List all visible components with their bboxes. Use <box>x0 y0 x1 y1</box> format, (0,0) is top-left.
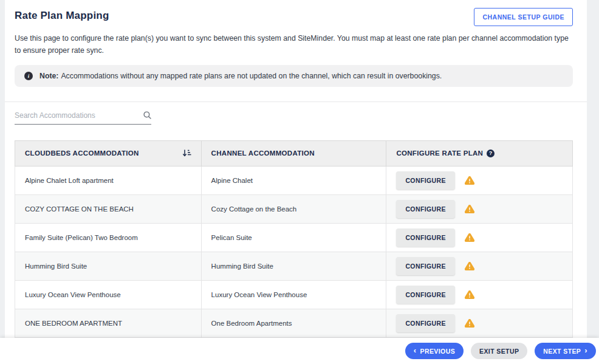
warning-icon <box>465 176 474 185</box>
note-text: Note:Accommodations without any mapped r… <box>39 72 442 80</box>
cloudbeds-accommodation-cell: Family Suite (Pelican) Two Bedroom <box>15 223 202 252</box>
configure-cell: CONFIGURE <box>386 280 573 309</box>
channel-setup-guide-button[interactable]: CHANNEL SETUP GUIDE <box>474 8 573 26</box>
search-field[interactable] <box>15 111 151 125</box>
section-divider <box>5 101 587 102</box>
note-body: Accommodations without any mapped rate p… <box>61 72 442 80</box>
warning-icon <box>465 262 474 270</box>
configure-button[interactable]: CONFIGURE <box>396 200 455 218</box>
exit-setup-button[interactable]: EXIT SETUP <box>471 343 527 359</box>
table-body: Alpine Chalet Loft apartment Alpine Chal… <box>15 166 573 338</box>
channel-accommodation-cell: Alpine Chalet <box>201 166 386 194</box>
page-header: Rate Plan Mapping CHANNEL SETUP GUIDE <box>15 0 573 26</box>
note-banner: i Note:Accommodations without any mapped… <box>15 65 573 87</box>
warning-icon <box>465 290 474 299</box>
table-row: ONE BEDROOM APARTMENT One Bedroom Apartm… <box>15 309 573 337</box>
page-title: Rate Plan Mapping <box>15 8 109 22</box>
table-row: Alpine Chalet Loft apartment Alpine Chal… <box>15 166 573 194</box>
search-input[interactable] <box>15 111 133 120</box>
chevron-right-icon: › <box>584 346 587 354</box>
rate-plan-mapping-panel: Rate Plan Mapping CHANNEL SETUP GUIDE Us… <box>5 0 587 338</box>
configure-cell: CONFIGURE <box>386 223 573 252</box>
next-step-label: NEXT STEP <box>543 348 581 355</box>
configure-cell: CONFIGURE <box>386 166 573 194</box>
column-label-channel: CHANNEL ACCOMMODATION <box>211 149 315 157</box>
chevron-left-icon: ‹ <box>414 346 417 354</box>
page-description: Use this page to configure the rate plan… <box>15 33 573 57</box>
next-step-button[interactable]: NEXT STEP › <box>535 343 596 359</box>
configure-button[interactable]: CONFIGURE <box>396 286 455 304</box>
configure-button[interactable]: CONFIGURE <box>396 228 455 247</box>
column-header-configure: CONFIGURE RATE PLAN ? <box>386 140 573 166</box>
sort-icon[interactable] <box>182 149 191 157</box>
exit-setup-label: EXIT SETUP <box>479 348 519 355</box>
cloudbeds-accommodation-cell: Luxury Ocean View Penthouse <box>15 280 202 309</box>
channel-accommodation-cell: Humming Bird Suite <box>201 252 386 280</box>
configure-button[interactable]: CONFIGURE <box>396 171 455 190</box>
column-header-channel: CHANNEL ACCOMMODATION <box>201 140 386 166</box>
table-row: Humming Bird Suite Humming Bird Suite CO… <box>15 252 573 280</box>
help-icon[interactable]: ? <box>487 149 495 157</box>
previous-label: PREVIOUS <box>420 348 455 355</box>
configure-button[interactable]: CONFIGURE <box>396 314 455 332</box>
warning-icon <box>465 319 474 328</box>
table-row: COZY COTTAGE ON THE BEACH Cozy Cottage o… <box>15 194 573 223</box>
wizard-footer: ‹ PREVIOUS EXIT SETUP NEXT STEP › <box>0 338 599 364</box>
channel-accommodation-cell: Pelican Suite <box>201 223 386 252</box>
warning-icon <box>465 233 474 242</box>
warning-icon <box>465 205 474 213</box>
channel-accommodation-cell: Cozy Cottage on the Beach <box>201 194 386 223</box>
info-icon: i <box>24 72 33 80</box>
table-header-row: CLOUDBEDS ACCOMMODATION CHANNEL <box>15 140 573 166</box>
cloudbeds-accommodation-cell: COZY COTTAGE ON THE BEACH <box>15 194 202 223</box>
rate-plan-table: CLOUDBEDS ACCOMMODATION CHANNEL <box>15 140 573 338</box>
column-label-configure: CONFIGURE RATE PLAN <box>396 149 483 157</box>
cloudbeds-accommodation-cell: Alpine Chalet Loft apartment <box>15 166 202 194</box>
search-icon[interactable] <box>143 111 151 119</box>
configure-cell: CONFIGURE <box>386 309 573 337</box>
column-label-cloudbeds: CLOUDBEDS ACCOMMODATION <box>25 149 139 157</box>
table-row: Family Suite (Pelican) Two Bedroom Pelic… <box>15 223 573 252</box>
configure-cell: CONFIGURE <box>386 252 573 280</box>
table-row: Luxury Ocean View Penthouse Luxury Ocean… <box>15 280 573 309</box>
configure-cell: CONFIGURE <box>386 194 573 223</box>
cloudbeds-accommodation-cell: Humming Bird Suite <box>15 252 202 280</box>
channel-accommodation-cell: One Bedroom Apartments <box>201 309 386 337</box>
previous-button[interactable]: ‹ PREVIOUS <box>405 343 464 359</box>
channel-accommodation-cell: Luxury Ocean View Penthouse <box>201 280 386 309</box>
column-header-cloudbeds: CLOUDBEDS ACCOMMODATION <box>15 140 202 166</box>
cloudbeds-accommodation-cell: ONE BEDROOM APARTMENT <box>15 309 202 337</box>
note-label: Note: <box>39 72 58 80</box>
configure-button[interactable]: CONFIGURE <box>396 257 455 275</box>
